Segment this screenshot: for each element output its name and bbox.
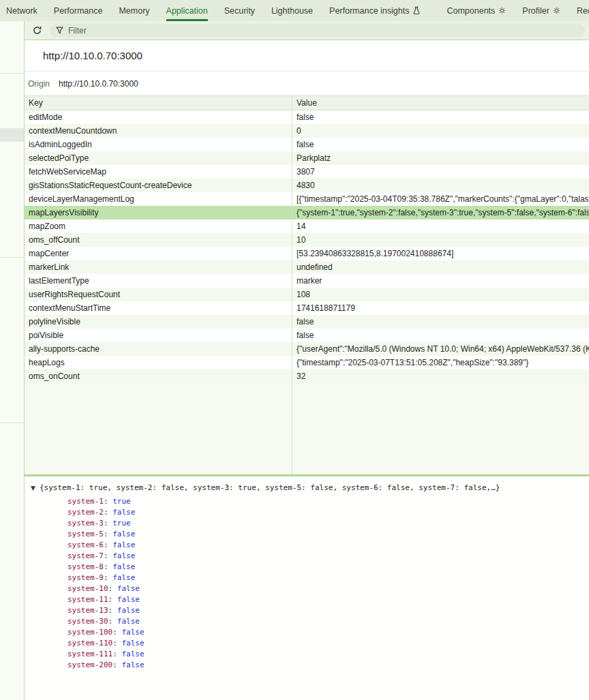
row-key: heapLogs — [25, 356, 292, 369]
table-row[interactable]: lastElementTypemarker — [25, 274, 589, 288]
table-row[interactable]: userRightsRequestCount108 — [25, 288, 589, 301]
table-row[interactable]: oms_offCount10 — [25, 233, 589, 247]
column-header-value[interactable]: Value — [292, 96, 589, 110]
preview-summary-text: {system-1: true, system-2: false, system… — [40, 483, 500, 493]
tab-security[interactable]: Security — [224, 0, 255, 21]
tab-application[interactable]: Application — [166, 0, 208, 21]
property-colon: : — [112, 650, 121, 658]
page-title: http://10.10.0.70:3000 — [43, 50, 142, 61]
property-value: true — [112, 497, 131, 506]
property-colon: : — [104, 551, 112, 560]
row-value: 4830 — [292, 179, 589, 192]
funnel-icon — [56, 27, 63, 34]
row-value: {"timestamp":"2025-03-07T13:51:05.208Z",… — [292, 356, 589, 369]
property-value: false — [117, 606, 140, 615]
table-row[interactable]: contextMenuStartTime1741618871179 — [25, 301, 589, 315]
preview-property[interactable]: system-2: false — [67, 507, 589, 518]
property-colon: : — [108, 584, 117, 593]
preview-property[interactable]: system-110: false — [67, 638, 589, 649]
preview-property[interactable]: system-1: true — [67, 496, 589, 507]
table-row[interactable]: mapCenter[53.23940863328815,8.1970024108… — [25, 247, 589, 260]
tab-label: Performance — [54, 6, 103, 16]
preview-property[interactable]: system-200: false — [67, 660, 589, 671]
table-row[interactable]: selectedPoiTypeParkplatz — [25, 151, 589, 165]
property-value: false — [112, 508, 135, 517]
tab-performance-insights[interactable]: Performance insights — [329, 0, 421, 21]
property-key: system-110 — [67, 639, 112, 648]
preview-property[interactable]: system-30: false — [67, 616, 589, 627]
property-colon: : — [112, 660, 121, 669]
row-key: lastElementType — [25, 274, 292, 288]
table-row[interactable]: deviceLayerManagementLog[{"timestamp":"2… — [25, 192, 589, 206]
preview-property[interactable]: system-111: false — [67, 649, 589, 660]
row-key: isAdminLoggedIn — [25, 138, 292, 151]
tab-components[interactable]: Components — [447, 0, 506, 21]
tab-label: Profiler — [522, 6, 549, 16]
row-key: gisStationsStaticRequestCount-createDevi… — [25, 179, 292, 192]
property-value: false — [117, 595, 140, 604]
table-row[interactable]: gisStationsStaticRequestCount-createDevi… — [25, 179, 589, 192]
table-row[interactable]: markerLinkundefined — [25, 260, 589, 274]
tab-profiler[interactable]: Profiler — [522, 0, 560, 21]
row-value: 108 — [292, 288, 589, 301]
row-value: Parkplatz — [292, 151, 589, 165]
preview-property[interactable]: system-13: false — [67, 605, 589, 616]
row-value: {"userAgent":"Mozilla/5.0 (Windows NT 10… — [292, 342, 589, 356]
table-row[interactable]: mapZoom14 — [25, 219, 589, 233]
preview-property[interactable]: system-5: false — [67, 529, 589, 540]
property-value: false — [117, 584, 140, 593]
preview-property[interactable]: system-8: false — [67, 562, 589, 573]
row-key: mapZoom — [25, 219, 292, 233]
row-value: false — [292, 110, 589, 124]
table-row[interactable]: polylineVisiblefalse — [25, 315, 589, 329]
preview-property[interactable]: system-9: false — [67, 573, 589, 583]
application-sidebar-strip[interactable] — [0, 21, 25, 700]
column-header-key[interactable]: Key — [25, 96, 292, 110]
table-row[interactable]: mapLayersVisibility{"system-1":true,"sys… — [25, 206, 589, 219]
storage-toolbar — [25, 21, 589, 40]
preview-property[interactable]: system-7: false — [67, 551, 589, 562]
refresh-button[interactable] — [31, 25, 43, 37]
preview-property[interactable]: system-11: false — [67, 594, 589, 605]
tab-label: Components — [447, 6, 495, 16]
tab-performance[interactable]: Performance — [54, 0, 103, 21]
property-key: system-111 — [67, 650, 112, 658]
preview-property-list: system-1: truesystem-2: falsesystem-3: t… — [67, 496, 589, 671]
property-value: false — [112, 541, 135, 549]
row-key: editMode — [25, 110, 292, 124]
tab-network[interactable]: Network — [6, 0, 37, 21]
table-row[interactable]: ally-supports-cache{"userAgent":"Mozilla… — [25, 342, 589, 356]
property-key: system-30 — [67, 617, 108, 626]
tab-redux[interactable]: Redux — [577, 0, 589, 21]
expander-triangle-icon[interactable]: ▼ — [31, 483, 35, 493]
preview-property[interactable]: system-100: false — [67, 627, 589, 638]
origin-value: http://10.10.0.70:3000 — [59, 79, 138, 89]
table-row[interactable]: editModefalse — [25, 110, 589, 124]
row-key: selectedPoiType — [25, 151, 292, 165]
row-key: mapLayersVisibility — [25, 206, 292, 219]
property-key: system-9 — [67, 573, 104, 582]
filter-input[interactable] — [68, 26, 579, 35]
table-row[interactable]: poiVisiblefalse — [25, 329, 589, 342]
table-row[interactable]: fetchWebServiceMap3807 — [25, 165, 589, 179]
table-row[interactable]: isAdminLoggedInfalse — [25, 138, 589, 151]
row-key: oms_offCount — [25, 233, 292, 247]
property-colon: : — [104, 530, 112, 538]
row-key: userRightsRequestCount — [25, 288, 292, 301]
row-value: false — [292, 315, 589, 329]
preview-property[interactable]: system-6: false — [67, 540, 589, 551]
tab-lighthouse[interactable]: Lighthouse — [271, 0, 313, 21]
row-key: markerLink — [25, 260, 292, 274]
property-value: false — [112, 530, 135, 538]
preview-object-summary: ▼ {system-1: true, system-2: false, syst… — [25, 483, 589, 493]
table-row[interactable]: oms_onCount32 — [25, 369, 589, 383]
table-row[interactable]: heapLogs{"timestamp":"2025-03-07T13:51:0… — [25, 356, 589, 369]
property-value: false — [121, 628, 144, 637]
row-value: marker — [292, 274, 589, 288]
property-key: system-3 — [67, 519, 104, 528]
tab-memory[interactable]: Memory — [119, 0, 149, 21]
preview-property[interactable]: system-3: true — [67, 518, 589, 529]
origin-meta-row: Origin http://10.10.0.70:3000 — [25, 71, 589, 95]
preview-property[interactable]: system-10: false — [67, 583, 589, 594]
table-row[interactable]: contextMenuCountdown0 — [25, 124, 589, 138]
